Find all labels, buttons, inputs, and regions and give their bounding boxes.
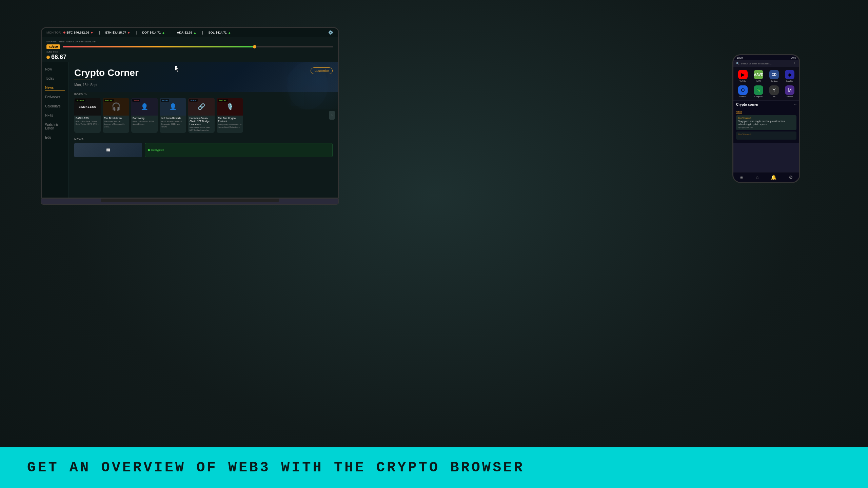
phone-nav-settings-icon[interactable]: ⚙ — [789, 175, 793, 180]
phone-app-coingecko[interactable]: 🦎 Coingecko — [752, 85, 765, 98]
eth-price: $3,415.07 — [113, 31, 126, 34]
pops-card-bankless[interactable]: Podcast BANKLESS BANKLESS ROLLUP – Jack … — [74, 98, 101, 133]
sentiment-section: MARKET SENTIMENT by alternative.me 71/10… — [42, 37, 338, 62]
app-content: MONITOR BTC $46,682.09 ▼ | ETH $3,415.07… — [42, 28, 338, 198]
sidebar-item-today[interactable]: Today — [45, 76, 65, 81]
ticker-eth: ETH $3,415.07 ▼ — [105, 31, 131, 35]
card-subtitle: ROLLUP – Jack Dorsey Exits Twitter | BTC… — [76, 120, 99, 126]
phone-nav-bell-icon[interactable]: 🔔 — [771, 175, 776, 180]
card-subtitle: Everything You Wanted to Know About Reba… — [218, 123, 242, 129]
card-subtitle: Woof! What to Make of Dogecoin, SHIB, an… — [161, 120, 185, 128]
phone-search-bar[interactable]: 🔍 Search or enter an address... ⋮ — [733, 60, 799, 67]
pops-card-video[interactable]: Video 👤 Borrowing More Bullish than EVER… — [131, 98, 158, 133]
bottom-banner-text: GET AN OVERVIEW OF WEB3 WITH THE CRYPTO … — [27, 460, 525, 476]
phone-app-coindesk[interactable]: CD Coindesk — [767, 70, 781, 82]
sidebar-item-defi[interactable]: Defi-news — [45, 95, 65, 100]
ticker-dot: DOT $414.71 ▲ — [142, 31, 165, 35]
sidebar-item-news[interactable]: News — [45, 85, 65, 90]
hero-section: Crypto Corner Mon, 13th Sept Customise — [69, 62, 338, 92]
sentiment-badge: 71/100 — [46, 44, 60, 49]
pops-card-jeff[interactable]: Article 👤 Jeff John Roberts Woof! What t… — [160, 98, 186, 133]
card-text: BANKLESS ROLLUP – Jack Dorsey Exits Twit… — [74, 116, 101, 127]
phone-bottom-nav: ⊞ ⌂ 🔔 ⚙ — [733, 172, 799, 182]
yat-icon: Y — [769, 85, 779, 95]
phone-news-title: Singapore bars crypto service providers … — [738, 120, 794, 126]
card-type-badge: Podcast — [75, 99, 85, 102]
eth-arrow: ▼ — [127, 31, 131, 35]
phone-app-aave[interactable]: AAVE AAVE — [752, 70, 765, 82]
sidebar-item-edu[interactable]: Edu — [45, 135, 65, 140]
aave-icon: AAVE — [754, 70, 763, 79]
coingecko-icon: 🦎 — [754, 85, 763, 95]
phone-app-opensea[interactable]: O Opensea — [736, 85, 750, 98]
card-text: Harmony Cross-Chain NFT Bridge Launches … — [188, 116, 215, 133]
ticker-sol: SOL $414.71 ▲ — [209, 31, 231, 35]
card-title: Jeff John Roberts — [161, 117, 185, 120]
sentiment-bar — [63, 46, 333, 47]
phone-frame: 18:30 70% 🔍 Search or enter an address..… — [732, 54, 800, 183]
ticker-items: BTC $46,682.09 ▼ | ETH $3,415.07 ▼ | DOT… — [63, 30, 328, 35]
customise-button[interactable]: Customise — [311, 67, 333, 74]
card-type-badge: Article — [161, 99, 169, 102]
main-layout: Now Today News Defi-news Calendars NFTs … — [42, 62, 338, 198]
card-title: Borrowing — [133, 117, 156, 120]
news-card-side[interactable]: Decrypt.co — [145, 143, 333, 157]
phone-news-card-1[interactable]: CoinTelegraph Singapore bars crypto serv… — [736, 115, 796, 130]
phone-cc-more[interactable]: ··· — [794, 103, 796, 106]
news-cards-row: 📰 Decrypt.co — [74, 143, 333, 157]
settings-icon[interactable]: ⚙️ — [328, 30, 333, 35]
laptop-device: MONITOR BTC $46,682.09 ▼ | ETH $3,415.07… — [41, 27, 339, 205]
phone-time: 18:30 — [737, 57, 743, 59]
pops-card-harmony[interactable]: Article 🔗 Harmony Cross-Chain NFT Bridge… — [188, 98, 215, 133]
sentiment-label: MARKET SENTIMENT by alternative.me — [46, 40, 333, 43]
minimize-icon[interactable]: ⤡ — [84, 92, 87, 96]
sapphire-icon: ◆ — [785, 70, 794, 79]
dot-symbol: DOT — [142, 31, 149, 34]
phone-cc-tab[interactable]: News — [736, 110, 742, 114]
btc-price: $46,682.09 — [74, 31, 89, 34]
phone-menu-icon[interactable]: ⋮ — [793, 62, 796, 65]
phone-app-yat[interactable]: Y Yat — [767, 85, 781, 98]
gas-dot — [46, 56, 50, 59]
youtube-label: YouTube — [739, 80, 746, 82]
news-card-main[interactable]: 📰 — [74, 143, 142, 157]
phone-news-source: CoinTelegraph — [738, 117, 794, 119]
sidebar-item-nfts[interactable]: NFTs — [45, 113, 65, 118]
phone-battery: 70% — [791, 57, 796, 59]
ticker-bar: MONITOR BTC $46,682.09 ▼ | ETH $3,415.07… — [42, 28, 338, 37]
phone-app-sapphire[interactable]: ◆ Sapphire — [783, 70, 796, 82]
phone-app-grid-row1: ▶ YouTube AAVE AAVE CD Coindesk ◆ Sapphi… — [733, 67, 799, 85]
sol-price: $414.71 — [216, 31, 227, 34]
phone-news-source-2: CoinTelegraph — [738, 133, 794, 135]
phone-crypto-corner: Crypto corner ··· News CoinTelegraph Sin… — [733, 100, 799, 143]
news-section: NEWS 📰 Decrypt.co — [69, 136, 338, 159]
sidebar-item-watch[interactable]: Watch & Listen — [45, 122, 65, 131]
bottom-banner: GET AN OVERVIEW OF WEB3 WITH THE CRYPTO … — [0, 447, 868, 488]
card-type-badge: Article — [189, 99, 198, 102]
card-text: Jeff John Roberts Woof! What to Make of … — [160, 116, 186, 129]
phone-nav-home-icon[interactable]: ⌂ — [756, 175, 758, 180]
btc-symbol: BTC — [66, 31, 73, 34]
phone-news-card-2[interactable]: CoinTelegraph — [736, 131, 796, 140]
card-subtitle: More Bullish than EVER about Bitcoin — [133, 120, 156, 126]
sol-symbol: SOL — [209, 31, 215, 34]
pops-cards-row: Podcast BANKLESS BANKLESS ROLLUP – Jack … — [74, 98, 333, 133]
opensea-icon: O — [738, 85, 748, 95]
pops-card-breakdown[interactable]: Podcast 🎧 The Breakdown The Long Strange… — [103, 98, 129, 133]
sidebar-item-now[interactable]: Now — [45, 67, 65, 72]
gas-label: GAS FEE — [46, 50, 333, 54]
youtube-icon: ▶ — [738, 70, 748, 79]
phone-app-messari[interactable]: M Messari — [783, 85, 796, 98]
btc-arrow: ▼ — [90, 31, 94, 35]
phone-app-youtube[interactable]: ▶ YouTube — [736, 70, 750, 82]
phone-nav-tabs-icon[interactable]: ⊞ — [739, 175, 744, 180]
pops-card-redcrypto[interactable]: Podcast 🎙️ The Bad Crypto Podcast Everyt… — [217, 98, 243, 133]
search-icon: 🔍 — [736, 62, 739, 65]
next-arrow[interactable]: › — [329, 111, 335, 120]
sidebar-item-calendars[interactable]: Calendars — [45, 104, 65, 109]
phone-search-input[interactable]: Search or enter an address... — [741, 62, 792, 65]
card-text: The Bad Crypto Podcast Everything You Wa… — [217, 116, 243, 130]
card-type-badge: Podcast — [104, 99, 114, 102]
ticker-ada: ADA $2.39 ▲ — [177, 31, 197, 35]
laptop-screen: MONITOR BTC $46,682.09 ▼ | ETH $3,415.07… — [41, 27, 339, 199]
